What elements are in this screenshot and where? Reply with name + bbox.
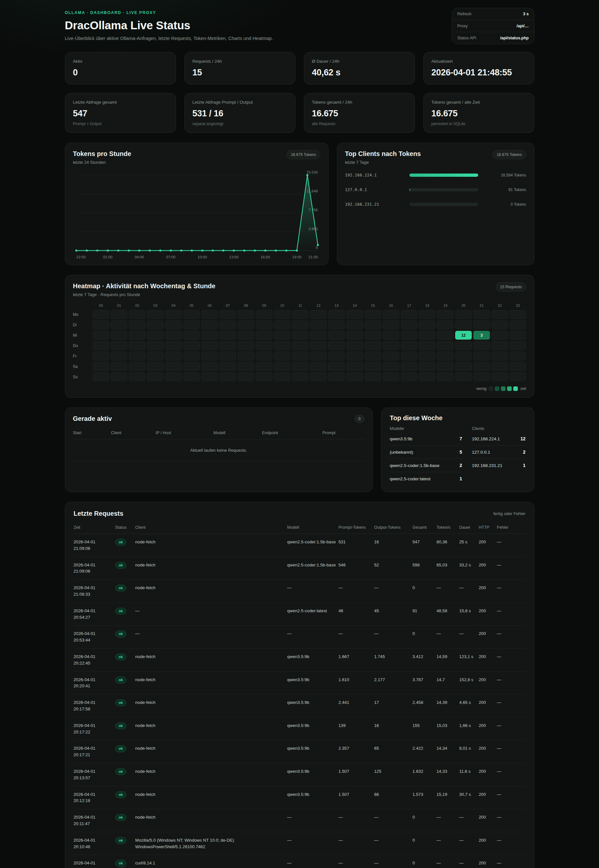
heatmap-cell: [292, 310, 309, 319]
cell-output: 16: [374, 717, 412, 740]
stat-label: Aktualisiert: [432, 59, 526, 64]
cell-status: ok: [115, 602, 135, 626]
cell-http: 200: [479, 626, 497, 649]
cell-zeit: 2026-04-01 20:10:48: [74, 832, 115, 855]
stat-value: 0: [73, 68, 168, 78]
client-ip-label: 192.168.231.21: [345, 202, 409, 207]
stat-card: Letzte Abfrage Prompt / Output531 / 16se…: [184, 93, 295, 133]
heatmap-cell: [510, 320, 526, 329]
heatmap-titles: Heatmap · Aktivität nach Wochentag & Stu…: [73, 282, 215, 297]
heatmap-day-label: So: [73, 375, 91, 379]
cell-fehler: —: [497, 763, 526, 786]
client-token-count: 0 Tokens: [484, 202, 526, 207]
request-row: 2026-04-01 20:10:27okcurl/8.14.1———0——20…: [74, 855, 526, 868]
heatmap-cell: [184, 320, 200, 329]
cell-tps: —: [436, 809, 459, 832]
cell-http: 200: [479, 534, 497, 557]
data-point: [285, 249, 287, 252]
heatmap-cell: [437, 331, 453, 340]
info-label: Proxy: [458, 24, 468, 28]
heatmap-cell: [401, 373, 417, 381]
active-spacer: [65, 462, 372, 480]
client-count: 2: [523, 450, 526, 454]
cell-tps: 14,59: [436, 648, 459, 672]
heatmap-cell: [256, 331, 272, 340]
cell-http: 200: [479, 740, 497, 763]
heatmap-cell: [401, 331, 417, 340]
heatmap-cell: [455, 373, 472, 381]
heatmap-cell: [147, 352, 164, 361]
cell-modell: qwen3.5:9b: [287, 786, 339, 809]
cell-status: ok: [115, 534, 135, 557]
client-bar-row: 127.0.0.191 Tokens: [345, 187, 526, 192]
heatmap-hour-label: 19: [437, 303, 453, 308]
heatmap-cell: [383, 310, 399, 319]
cell-zeit: 2026-04-01 21:08:33: [74, 580, 115, 603]
cell-tps: 14,34: [436, 740, 459, 763]
cell-dauer: —: [459, 626, 479, 649]
heatmap-cell: [93, 341, 110, 350]
heatmap-cell: [256, 362, 272, 371]
heatmap-cell: [93, 373, 110, 381]
cell-fehler: —: [497, 580, 526, 603]
heatmap-cell: [401, 362, 417, 371]
heatmap-cell: [111, 331, 127, 340]
stat-label: Letzte Abfrage Prompt / Output: [193, 100, 287, 105]
cell-zeit: 2026-04-01 21:09:06: [74, 534, 115, 557]
cell-gesamt: 3.787: [412, 672, 436, 694]
request-row: 2026-04-01 20:10:48okMozilla/5.0 (Window…: [74, 832, 526, 855]
heatmap-cell: [437, 362, 453, 371]
top-clients-card: Top Clients nach Tokens letzte 7 Tage 16…: [337, 143, 534, 265]
cell-fehler: —: [497, 717, 526, 740]
cell-tps: 14,7: [436, 672, 459, 694]
status-badge: ok: [115, 791, 126, 798]
heatmap-cell: [220, 310, 236, 319]
client-name: 192.168.231.21: [472, 463, 502, 468]
column-header: Zeit: [74, 521, 115, 534]
legend-swatch: [507, 386, 512, 391]
x-axis-label: 10:00: [197, 255, 207, 259]
cell-prompt: 139: [339, 717, 374, 740]
heatmap-cell: [93, 310, 110, 319]
token-bar-fill: [409, 188, 410, 192]
cell-output: —: [374, 832, 412, 855]
data-point: [316, 244, 319, 246]
request-row: 2026-04-01 21:09:06oknode-fetchqwen2.5-c…: [74, 557, 526, 580]
tokens-chart-header: Tokens pro Stunde letzte 24 Stunden 16.6…: [65, 143, 328, 167]
cell-gesamt: 547: [412, 534, 436, 557]
cell-modell: —: [287, 809, 339, 832]
stat-card: Ø Dauer / 24h40,62 s: [304, 52, 415, 85]
active-count-badge: 0: [355, 415, 364, 423]
stat-value: 16.675: [312, 109, 407, 119]
heatmap-cell: [310, 331, 327, 340]
data-point: [107, 249, 108, 252]
request-row: 2026-04-01 20:17:22oknode-fetchqwen3.5:9…: [74, 717, 526, 740]
cell-client: node-fetch: [135, 557, 287, 580]
heatmap-cell: [473, 362, 490, 371]
heatmap-hour-label: 22: [492, 303, 508, 308]
heatmap-cell: [473, 341, 490, 350]
heatmap-title: Heatmap · Aktivität nach Wochentag & Stu…: [73, 282, 215, 290]
heatmap-hour-label: 15: [364, 303, 381, 308]
heatmap-cell: [437, 352, 453, 361]
heatmap-cell: [292, 362, 309, 371]
status-badge: ok: [115, 699, 126, 706]
cell-tps: —: [436, 832, 459, 855]
legend-swatches: [489, 386, 518, 391]
cell-status: ok: [115, 786, 135, 809]
cell-tps: 80,36: [436, 534, 459, 557]
heatmap-cell: [93, 331, 110, 340]
heatmap-hour-label: 01: [111, 303, 127, 308]
stat-label: Aktiv: [73, 59, 168, 64]
heatmap-cell: [292, 352, 309, 361]
heatmap-hour-label: 09: [256, 303, 272, 308]
model-count: 1: [460, 476, 462, 481]
heatmap-cell: [111, 373, 127, 381]
model-count: 7: [460, 436, 462, 441]
active-column-headers: StartClientIP / HostModellEndpointPrompt: [65, 425, 372, 439]
heatmap-cell: [93, 362, 110, 371]
info-row: Refresh3 s: [452, 8, 534, 20]
heatmap-cell: [346, 320, 363, 329]
data-point: [233, 249, 235, 252]
cell-prompt: 1.610: [339, 672, 374, 694]
